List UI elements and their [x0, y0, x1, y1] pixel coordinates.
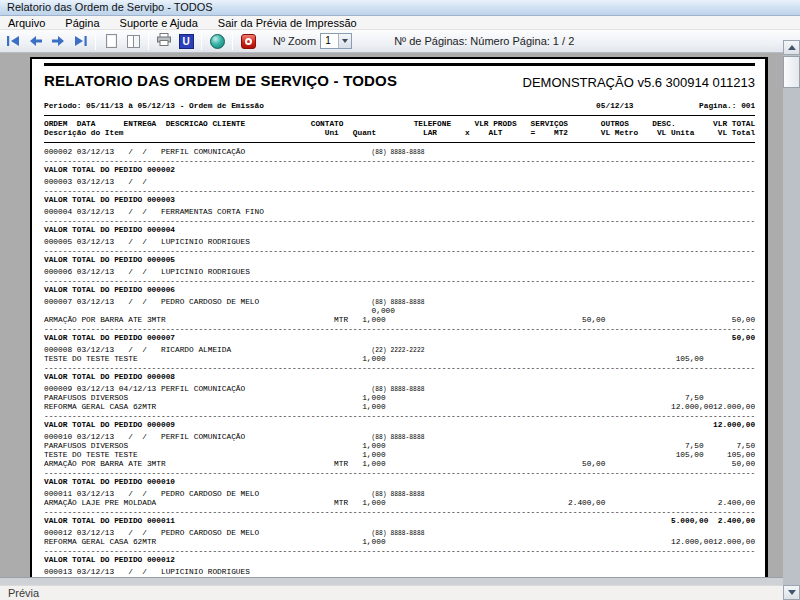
- report-line-total: VALOR TOTAL DO PEDIDO 000006: [44, 286, 755, 295]
- report-line-text: REFORMA GERAL CASA 62MTR 1,000 12.000,00…: [44, 538, 755, 546]
- report-line-text: PARAFUSOS DIVERSOS 1,000 7,50: [44, 394, 755, 402]
- scroll-down-button[interactable]: [783, 585, 800, 600]
- report-line-order: 000012 03/12/13 / / PEDRO CARDOSO DE MEL…: [44, 529, 755, 538]
- column-header-row-2: Descrição do Item Uni Quant LAR x ALT = …: [44, 129, 755, 138]
- last-page-icon: [72, 34, 88, 48]
- two-page-view-button[interactable]: [123, 32, 143, 51]
- toolbar-separator: [232, 33, 233, 50]
- report-line-text: VALOR TOTAL DO PEDIDO 000007 50,00: [44, 334, 755, 342]
- client-phone: (88) 8888-8888: [372, 434, 425, 441]
- window-titlebar: Relatorio das Ordem de Serviþo - TODOS: [0, 0, 800, 16]
- report-line-text: 000007 03/12/13 / / PEDRO CARDOSO DE MEL…: [44, 298, 372, 306]
- report-page: RELATORIO DAS ORDEM DE SERVIÇO - TODOS D…: [30, 57, 768, 585]
- report-line-text: VALOR TOTAL DO PEDIDO 000008: [44, 373, 755, 381]
- report-line-item: TESTE DO TESTE TESTE 1,000 105,00 105,00: [44, 451, 755, 460]
- report-line-text: ----------------------------------------…: [44, 364, 755, 372]
- chevron-down-icon: [342, 39, 348, 43]
- menu-item-2[interactable]: Página: [55, 16, 109, 30]
- report-line-text: 000004 03/12/13 / / FERRAMENTAS CORTA FI…: [44, 208, 264, 216]
- report-line-text: 0,000: [44, 307, 755, 315]
- report-line-item: ARMAÇÃO POR BARRA ATE 3MTR MTR 1,000 50,…: [44, 460, 755, 469]
- report-separator-line: ----------------------------------------…: [44, 364, 755, 373]
- report-line-text: PARAFUSOS DIVERSOS 1,000 7,50 7,50: [44, 442, 755, 450]
- report-line-text: 000013 03/12/13 / / LUPICINIO RODRIGUES: [44, 568, 250, 576]
- menu-item-4[interactable]: Sair da Prévia de Impressão: [208, 16, 367, 30]
- report-line-text: 000012 03/12/13 / / PEDRO CARDOSO DE MEL…: [44, 529, 372, 537]
- menu-item-3[interactable]: Suporte e Ajuda: [110, 16, 208, 30]
- client-phone: (88) 8888-8888: [372, 530, 425, 537]
- report-line-total: VALOR TOTAL DO PEDIDO 000008: [44, 373, 755, 382]
- report-line-text: ----------------------------------------…: [44, 547, 755, 555]
- report-separator-line: ----------------------------------------…: [44, 157, 755, 166]
- report-line-text: 000011 03/12/13 / / PEDRO CARDOSO DE MEL…: [44, 490, 372, 498]
- printer-icon: [156, 32, 172, 51]
- report-line-item: REFORMA GERAL CASA 62MTR 1,000 12.000,00…: [44, 403, 755, 412]
- toolbar: U Nº Zoom 1 Nº de Páginas: Número Página…: [0, 30, 800, 53]
- report-period-line: Periodo: 05/11/13 à 05/12/13 - Ordem de …: [44, 102, 755, 111]
- report-line-text: 000009 03/12/13 04/12/13 PERFIL COMUNICA…: [44, 385, 372, 393]
- report-line-item: ARMAÇÃO LAJE PRE MOLDADA MTR 1,000 2.400…: [44, 499, 755, 508]
- report-separator-line: ----------------------------------------…: [44, 277, 755, 286]
- report-line-text: VALOR TOTAL DO PEDIDO 000011 5.000,00 2.…: [44, 517, 755, 525]
- logo-u-button[interactable]: U: [176, 32, 196, 51]
- report-line-order: 000003 03/12/13 / /: [44, 178, 755, 187]
- next-page-icon: [50, 34, 66, 48]
- report-line-order: 000013 03/12/13 / / LUPICINIO RODRIGUES: [44, 568, 755, 577]
- chevron-down-icon: [788, 590, 796, 595]
- globe-button[interactable]: [207, 32, 227, 51]
- report-separator-line: ----------------------------------------…: [44, 247, 755, 256]
- report-line-order: 000004 03/12/13 / / FERRAMENTAS CORTA FI…: [44, 208, 755, 217]
- app-window: Relatorio das Ordem de Serviþo - TODOS A…: [0, 0, 800, 600]
- report-line-item: TESTE DO TESTE TESTE 1,000 105,00: [44, 355, 755, 364]
- first-page-icon: [6, 34, 22, 48]
- report-line-text: VALOR TOTAL DO PEDIDO 000004: [44, 226, 755, 234]
- report-line-total: VALOR TOTAL DO PEDIDO 000010: [44, 478, 755, 487]
- report-line-total: VALOR TOTAL DO PEDIDO 000011 5.000,00 2.…: [44, 517, 755, 526]
- zoom-select[interactable]: 1: [320, 33, 352, 49]
- status-text: Prévia: [8, 587, 39, 599]
- report-line-text: 000006 03/12/13 / / LUPICINIO RODRIGUES: [44, 268, 250, 276]
- report-line-text: ----------------------------------------…: [44, 412, 755, 420]
- report-line-order: 000011 03/12/13 / / PEDRO CARDOSO DE MEL…: [44, 490, 755, 499]
- vertical-scrollbar[interactable]: [783, 40, 800, 600]
- menu-bar: ArquivoPáginaSuporte e AjudaSair da Prév…: [0, 16, 800, 30]
- report-line-item: PARAFUSOS DIVERSOS 1,000 7,50 7,50: [44, 442, 755, 451]
- client-phone: (88) 8888-8888: [372, 299, 425, 306]
- first-page-button[interactable]: [4, 32, 24, 51]
- zoom-dropdown-button[interactable]: [338, 34, 351, 48]
- report-line-qty0: 0,000: [44, 307, 755, 316]
- exit-preview-button[interactable]: [238, 32, 258, 51]
- next-page-button[interactable]: [48, 32, 68, 51]
- scrollbar-thumb[interactable]: [783, 56, 800, 88]
- report-column-headers: ORDEM DATA ENTREGA DESCRICAO CLIENTE CON…: [44, 120, 755, 143]
- report-line-text: TESTE DO TESTE TESTE 1,000 105,00: [44, 355, 755, 363]
- preview-area: RELATORIO DAS ORDEM DE SERVIÇO - TODOS D…: [0, 53, 783, 585]
- print-button[interactable]: [154, 32, 174, 51]
- chevron-up-icon: [788, 45, 796, 50]
- report-line-text: 000010 03/12/13 / / PERFIL COMUNICAÇÃO: [44, 433, 372, 441]
- previous-page-button[interactable]: [26, 32, 46, 51]
- report-frame-rule: [44, 63, 755, 66]
- client-phone: (88) 8888-8888: [372, 386, 425, 393]
- menu-item-1[interactable]: Arquivo: [0, 16, 55, 30]
- report-line-text: ----------------------------------------…: [44, 247, 755, 255]
- report-line-total: VALOR TOTAL DO PEDIDO 000002: [44, 166, 755, 175]
- report-separator-line: ----------------------------------------…: [44, 412, 755, 421]
- status-bar: Prévia: [0, 585, 783, 600]
- report-line-text: ARMAÇÃO POR BARRA ATE 3MTR MTR 1,000 50,…: [44, 460, 755, 468]
- report-line-text: ARMAÇÃO POR BARRA ATE 3MTR MTR 1,000 50,…: [44, 316, 755, 324]
- report-line-order: 000010 03/12/13 / / PERFIL COMUNICAÇÃO (…: [44, 433, 755, 442]
- scroll-up-button[interactable]: [783, 40, 800, 55]
- report-separator-line: ----------------------------------------…: [44, 217, 755, 226]
- report-line-text: VALOR TOTAL DO PEDIDO 000009 12.000,00: [44, 421, 755, 429]
- report-separator-line: ----------------------------------------…: [44, 325, 755, 334]
- preview-bottom-edge: [0, 577, 783, 585]
- report-line-item: ARMAÇÃO POR BARRA ATE 3MTR MTR 1,000 50,…: [44, 316, 755, 325]
- report-line-text: REFORMA GERAL CASA 62MTR 1,000 12.000,00…: [44, 403, 755, 411]
- last-page-button[interactable]: [70, 32, 90, 51]
- report-line-text: TESTE DO TESTE TESTE 1,000 105,00 105,00: [44, 451, 755, 459]
- single-page-view-button[interactable]: [101, 32, 121, 51]
- report-line-text: VALOR TOTAL DO PEDIDO 000010: [44, 478, 755, 486]
- report-body: 000002 03/12/13 / / PERFIL COMUNICAÇÃO (…: [44, 148, 755, 585]
- report-title: RELATORIO DAS ORDEM DE SERVIÇO - TODOS: [44, 72, 397, 89]
